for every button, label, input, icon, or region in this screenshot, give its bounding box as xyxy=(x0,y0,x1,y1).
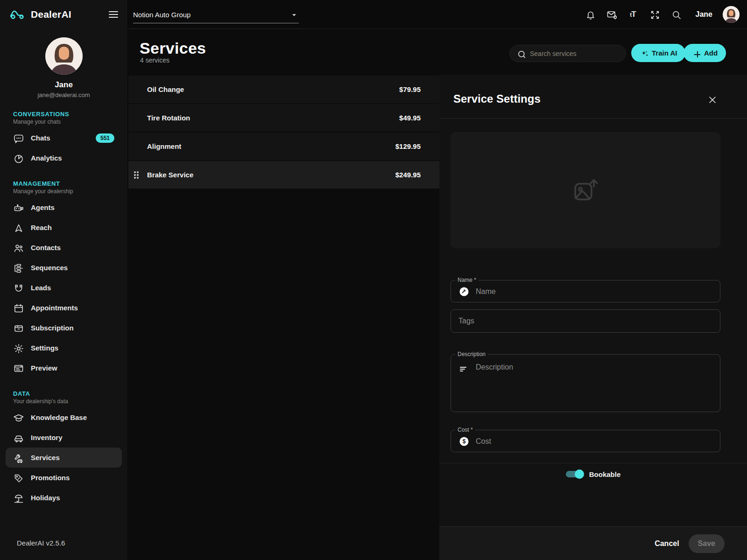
services-search[interactable] xyxy=(509,45,626,62)
page-title: Services xyxy=(140,39,206,57)
service-name: Oil Change xyxy=(147,85,184,93)
sidebar-item-preview[interactable]: Preview xyxy=(6,358,122,378)
service-settings-panel: Service Settings Name * Description xyxy=(439,75,747,560)
brand: DealerAI xyxy=(9,8,71,21)
service-price: $49.95 xyxy=(399,114,421,122)
name-input[interactable] xyxy=(476,287,712,296)
fullscreen-icon[interactable] xyxy=(649,9,660,20)
service-row-oil-change[interactable]: Oil Change $79.95 xyxy=(128,76,439,103)
service-row-alignment[interactable]: Alignment $129.95 xyxy=(128,133,439,160)
sidebar-item-contacts[interactable]: Contacts xyxy=(6,238,122,258)
search-icon[interactable] xyxy=(670,9,682,20)
profile-email: jane@dealerai.com xyxy=(0,91,127,98)
sidebar-profile: Jane jane@dealerai.com xyxy=(0,29,127,98)
sidebar-item-label: Reach xyxy=(31,224,52,231)
sidebar-item-label: Subscription xyxy=(31,324,74,332)
sidebar-item-sequences[interactable]: Sequences xyxy=(6,258,122,278)
car-icon xyxy=(13,433,23,443)
cost-field[interactable]: Cost * $ xyxy=(451,427,720,452)
sidebar-item-appointments[interactable]: Appointments xyxy=(6,298,122,318)
cost-input[interactable] xyxy=(476,437,712,446)
cancel-button[interactable]: Cancel xyxy=(655,539,679,548)
close-icon[interactable] xyxy=(707,94,718,105)
form-divider xyxy=(439,463,747,463)
train-ai-button[interactable]: Train AI xyxy=(631,44,685,62)
mail-settings-icon[interactable] xyxy=(606,9,617,20)
dealer-select-value: Notion Auto Group xyxy=(133,11,190,19)
topbar-actions: tT Jane xyxy=(585,0,740,29)
service-row-tire-rotation[interactable]: Tire Rotation $49.95 xyxy=(128,104,439,132)
drag-handle-icon[interactable] xyxy=(133,170,140,180)
page-subtitle: 4 services xyxy=(140,56,169,64)
dollar-coin-icon: $ xyxy=(458,436,470,447)
sidebar-item-label: Settings xyxy=(31,344,58,352)
sidebar-item-subscription[interactable]: Subscription xyxy=(6,318,122,338)
graduation-cap-icon xyxy=(13,413,23,423)
bookable-label: Bookable xyxy=(589,470,621,478)
sparkles-icon xyxy=(640,49,648,57)
add-service-button[interactable]: Add xyxy=(684,44,726,62)
description-field[interactable]: Description xyxy=(451,351,720,412)
app-version: DealerAI v2.5.6 xyxy=(17,539,65,547)
dealer-select[interactable]: Notion Auto Group xyxy=(133,7,299,23)
notifications-icon[interactable] xyxy=(585,9,596,20)
sidebar-item-agents[interactable]: Agents xyxy=(6,197,122,217)
sidebar-item-label: Promotions xyxy=(31,474,70,482)
sidebar-item-label: Agents xyxy=(31,203,55,211)
wallet-icon xyxy=(13,323,23,333)
profile-avatar xyxy=(45,37,83,75)
section-conversations: CONVERSATIONS Manage your chats Chats 55… xyxy=(0,111,127,168)
sidebar-item-label: Leads xyxy=(31,284,51,292)
calendar-icon xyxy=(13,303,23,313)
text-lines-icon xyxy=(458,363,470,374)
service-name: Brake Service xyxy=(147,171,193,179)
sidebar-item-reach[interactable]: Reach xyxy=(6,217,122,238)
bookable-row: Bookable xyxy=(439,465,747,483)
paper-plane-icon xyxy=(13,223,23,233)
search-input[interactable] xyxy=(530,50,619,57)
bookable-toggle[interactable] xyxy=(566,471,583,477)
description-input[interactable] xyxy=(476,363,712,404)
train-ai-label: Train AI xyxy=(652,49,677,57)
sidebar-item-inventory[interactable]: Inventory xyxy=(6,427,122,448)
description-field-label: Description xyxy=(455,351,488,357)
service-price: $249.95 xyxy=(395,171,421,179)
sidebar-item-label: Appointments xyxy=(31,304,78,312)
service-price: $129.95 xyxy=(395,142,421,150)
robot-icon xyxy=(13,203,23,213)
section-title: CONVERSATIONS xyxy=(0,111,127,118)
section-subtitle: Manage your dealership xyxy=(0,187,127,197)
image-upload-dropzone[interactable] xyxy=(451,132,720,248)
name-field[interactable]: Name * xyxy=(451,277,720,302)
save-button[interactable]: Save xyxy=(689,534,725,553)
panel-divider xyxy=(439,118,747,119)
sidebar-item-knowledge-base[interactable]: Knowledge Base xyxy=(6,407,122,427)
sidebar-item-holidays[interactable]: Holidays xyxy=(6,488,122,508)
sidebar-item-label: Chats xyxy=(31,134,50,142)
user-avatar[interactable] xyxy=(723,6,740,23)
sidebar-item-settings[interactable]: Settings xyxy=(6,338,122,358)
tags-field[interactable] xyxy=(451,309,720,333)
sidebar-item-label: Holidays xyxy=(31,494,60,502)
service-name: Tire Rotation xyxy=(147,114,190,122)
service-list: Oil Change $79.95 Tire Rotation $49.95 A… xyxy=(128,76,439,189)
sidebar-item-label: Inventory xyxy=(31,434,63,441)
sidebar-item-leads[interactable]: Leads xyxy=(6,278,122,298)
service-row-brake-service[interactable]: Brake Service $249.95 xyxy=(128,161,439,189)
sidebar-item-chats[interactable]: Chats 551 xyxy=(6,128,122,148)
sidebar-item-analytics[interactable]: Analytics xyxy=(6,148,122,168)
dealerai-logo-icon xyxy=(9,8,26,21)
tags-input[interactable] xyxy=(458,317,712,325)
menu-toggle-icon[interactable] xyxy=(109,9,118,20)
gear-icon xyxy=(13,343,23,353)
topbar-user-name: Jane xyxy=(696,10,712,19)
section-subtitle: Manage your chats xyxy=(0,118,127,128)
section-subtitle: Your dealership's data xyxy=(0,397,127,407)
sidebar-item-promotions[interactable]: Promotions xyxy=(6,468,122,488)
cost-field-label: Cost * xyxy=(455,427,475,433)
text-size-icon[interactable]: tT xyxy=(627,9,639,20)
topbar-brand-area: DealerAI xyxy=(0,0,128,29)
section-management: MANAGEMENT Manage your dealership Agents… xyxy=(0,180,127,378)
sidebar-item-services[interactable]: Services xyxy=(6,448,122,468)
search-icon xyxy=(516,49,525,58)
